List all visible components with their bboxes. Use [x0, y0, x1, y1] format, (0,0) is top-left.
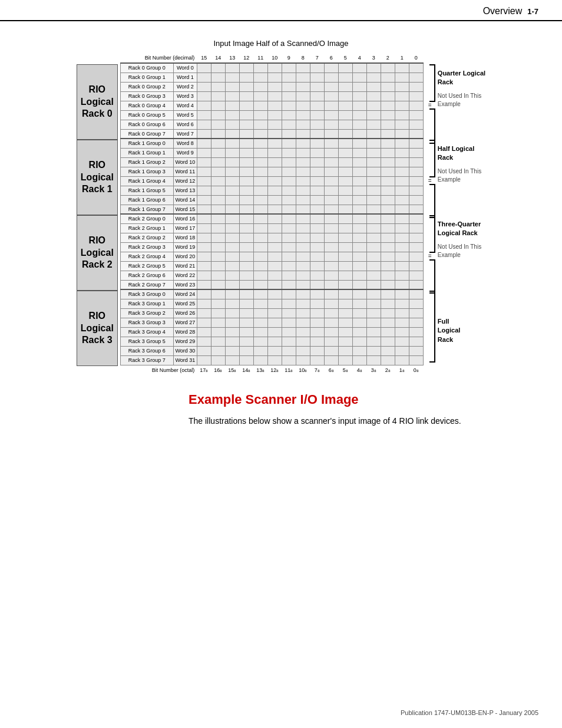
data-cell [310, 82, 324, 91]
data-cell [197, 261, 211, 271]
data-cell [310, 252, 324, 261]
data-cell [239, 252, 253, 261]
data-cell [395, 346, 409, 355]
data-cell [352, 223, 366, 233]
data-cell [267, 280, 282, 289]
data-cell [381, 299, 395, 308]
data-cell [366, 82, 381, 91]
data-cell [267, 271, 282, 280]
data-cell [366, 129, 381, 139]
data-cell [338, 73, 352, 82]
data-cell [395, 195, 409, 205]
data-cell [409, 195, 423, 205]
data-cell [211, 261, 225, 271]
data-cell [310, 337, 324, 346]
header-section: Overview [483, 6, 523, 17]
data-cell [352, 299, 366, 308]
word-label: Word 31 [173, 355, 197, 365]
data-cell [324, 252, 338, 261]
data-cell [267, 205, 282, 214]
data-cell [225, 129, 239, 139]
data-cell [225, 139, 239, 148]
data-cell [253, 308, 267, 318]
data-cell [239, 271, 253, 280]
data-cell [381, 73, 395, 82]
data-cell [352, 110, 366, 120]
data-cell [211, 129, 225, 139]
data-cell [211, 63, 225, 73]
data-cell [395, 318, 409, 327]
data-cell [409, 280, 423, 289]
table-row: Rack 2 Group 0Word 16 [120, 214, 423, 223]
data-cell [324, 129, 338, 139]
data-cell [409, 271, 423, 280]
table-row: Rack 3 Group 7Word 31 [120, 355, 423, 365]
group-label: Rack 0 Group 2 [120, 82, 173, 91]
data-cell [282, 242, 296, 252]
data-cell [253, 110, 267, 120]
data-cell [366, 101, 381, 110]
data-cell [310, 346, 324, 355]
data-cell [211, 120, 225, 129]
data-cell [409, 101, 423, 110]
ann-half-subtitle: Not Used In ThisExample [438, 167, 481, 184]
data-cell [310, 318, 324, 327]
data-cell [381, 176, 395, 186]
data-cell [324, 242, 338, 252]
data-cell [197, 129, 211, 139]
word-label: Word 8 [173, 139, 197, 148]
data-cell [197, 252, 211, 261]
data-cell [267, 242, 282, 252]
data-cell [338, 214, 352, 223]
data-cell [324, 167, 338, 176]
data-cell [211, 242, 225, 252]
data-cell [381, 101, 395, 110]
data-cell [395, 289, 409, 299]
data-cell [225, 271, 239, 280]
data-cell [338, 186, 352, 195]
data-cell [253, 82, 267, 91]
data-cell [282, 129, 296, 139]
data-cell [296, 214, 310, 223]
data-cell [324, 337, 338, 346]
data-cell [225, 91, 239, 101]
word-label: Word 6 [173, 120, 197, 129]
full-diagram: Input Image Half of a Scanned/O Image RI… [24, 39, 538, 374]
data-cell [282, 337, 296, 346]
data-cell [395, 186, 409, 195]
data-cell [409, 233, 423, 242]
data-cell [395, 355, 409, 365]
data-cell [296, 157, 310, 167]
data-cell [310, 299, 324, 308]
data-cell [296, 148, 310, 157]
data-cell [296, 261, 310, 271]
data-cell [395, 327, 409, 337]
data-cell [381, 261, 395, 271]
data-cell [197, 91, 211, 101]
data-cell [409, 214, 423, 223]
data-cell [352, 101, 366, 110]
data-cell [352, 186, 366, 195]
data-cell [366, 318, 381, 327]
word-label: Word 2 [173, 82, 197, 91]
data-cell [352, 129, 366, 139]
data-cell [267, 120, 282, 129]
data-cell [225, 120, 239, 129]
data-cell [324, 327, 338, 337]
data-cell [409, 157, 423, 167]
data-cell [211, 148, 225, 157]
data-cell [282, 120, 296, 129]
data-cell [239, 82, 253, 91]
data-cell [253, 148, 267, 157]
word-label: Word 19 [173, 242, 197, 252]
data-cell [253, 346, 267, 355]
data-cell [310, 129, 324, 139]
data-cell [282, 73, 296, 82]
data-cell [267, 289, 282, 299]
data-cell [381, 289, 395, 299]
group-label: Rack 2 Group 6 [120, 271, 173, 280]
data-cell [352, 261, 366, 271]
data-cell [253, 337, 267, 346]
data-cell [197, 101, 211, 110]
data-cell [366, 355, 381, 365]
